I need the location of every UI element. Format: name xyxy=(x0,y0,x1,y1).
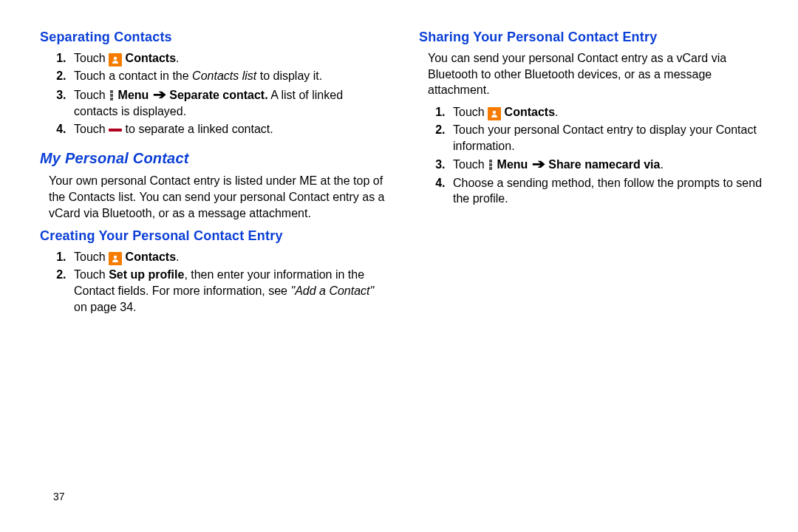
manual-page: Separating Contacts Touch Contacts. Touc… xyxy=(0,0,798,532)
svg-point-1 xyxy=(114,256,117,259)
text: to display it. xyxy=(256,69,322,82)
separating-steps-list: Touch Contacts. Touch a contact in the C… xyxy=(40,50,386,137)
step-1: Touch Contacts. xyxy=(69,50,386,66)
text: Touch xyxy=(74,123,109,135)
menu-icon xyxy=(110,90,113,100)
text: . xyxy=(555,106,558,118)
text: Touch xyxy=(74,250,109,263)
contacts-icon xyxy=(109,53,122,66)
step-3: Touch Menu ➔ Separate contact. A list of… xyxy=(69,86,386,120)
bold-share-namecard: Share namecard via xyxy=(545,158,661,171)
page-number: 37 xyxy=(53,491,65,502)
text: Touch xyxy=(74,268,109,281)
text: Touch xyxy=(453,106,488,118)
bold-contacts: Contacts xyxy=(505,106,555,118)
svg-point-0 xyxy=(114,57,117,60)
contacts-icon xyxy=(488,107,501,120)
bold-separate: Separate contact. xyxy=(166,89,268,101)
text: Touch xyxy=(74,89,109,101)
text: to separate a linked contact. xyxy=(126,123,273,135)
text: on page 34. xyxy=(74,301,137,313)
text: Touch xyxy=(74,52,109,64)
step-4: Touch to separate a linked contact. xyxy=(69,121,386,137)
bold-menu: Menu xyxy=(497,158,531,171)
heading-creating-contact-entry: Creating Your Personal Contact Entry xyxy=(40,227,386,245)
sharing-steps-list: Touch Contacts. Touch your personal Cont… xyxy=(419,104,768,207)
bold-contacts: Contacts xyxy=(126,52,176,64)
contacts-icon xyxy=(109,252,122,265)
svg-point-2 xyxy=(493,111,496,114)
personal-contact-description: Your own personal Contact entry is liste… xyxy=(49,173,386,221)
italic-add-contact: "Add a Contact" xyxy=(290,284,374,297)
step-3: Touch Menu ➔ Share namecard via. xyxy=(449,155,768,173)
text: Touch your personal Contact entry to dis… xyxy=(453,123,757,152)
bold-menu: Menu xyxy=(118,89,152,101)
heading-my-personal-contact: My Personal Contact xyxy=(40,149,386,168)
heading-separating-contacts: Separating Contacts xyxy=(40,28,386,46)
step-2: Touch Set up profile, then enter your in… xyxy=(69,267,386,315)
text: . xyxy=(176,52,179,64)
text: Touch xyxy=(453,158,488,171)
heading-sharing-contact-entry: Sharing Your Personal Contact Entry xyxy=(419,28,768,46)
creating-steps-list: Touch Contacts. Touch Set up profile, th… xyxy=(40,249,386,315)
bold-contacts: Contacts xyxy=(126,250,176,263)
arrow-icon: ➔ xyxy=(152,86,166,103)
text: . xyxy=(176,250,179,263)
italic-contacts-list: Contacts list xyxy=(192,69,256,82)
step-2: Touch a contact in the Contacts list to … xyxy=(69,68,386,84)
text: . xyxy=(660,158,663,171)
step-4: Choose a sending method, then follow the… xyxy=(449,175,768,207)
right-column: Sharing Your Personal Contact Entry You … xyxy=(404,28,768,532)
text: Choose a sending method, then follow the… xyxy=(453,177,762,205)
text: Touch a contact in the xyxy=(74,69,192,82)
left-column: Separating Contacts Touch Contacts. Touc… xyxy=(40,28,404,532)
minus-icon xyxy=(109,129,122,132)
step-1: Touch Contacts. xyxy=(449,104,768,120)
step-1: Touch Contacts. xyxy=(69,249,386,265)
step-2: Touch your personal Contact entry to dis… xyxy=(449,122,768,154)
arrow-icon: ➔ xyxy=(531,155,545,173)
menu-icon xyxy=(489,160,492,170)
sharing-description: You can send your personal Contact entry… xyxy=(428,50,768,98)
bold-setup-profile: Set up profile xyxy=(109,268,184,281)
